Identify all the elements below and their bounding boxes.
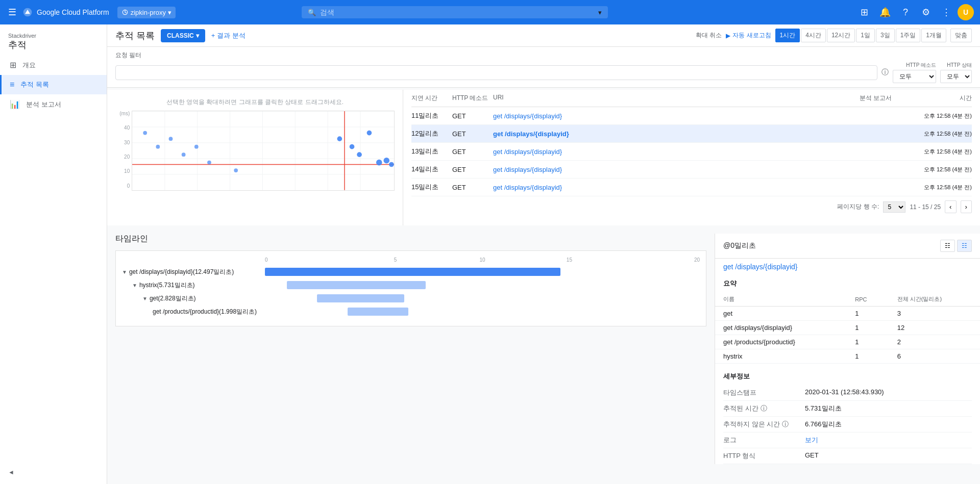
y-label-title: (ms) xyxy=(115,111,130,116)
filter-input[interactable] xyxy=(115,65,877,80)
detail-grid-view-btn[interactable]: ☷ xyxy=(957,240,972,252)
bar-area-4 xyxy=(265,307,700,317)
meta-logs-value[interactable]: 보기 xyxy=(805,436,818,445)
auto-refresh-button[interactable]: ▶ 자동 새로고침 xyxy=(726,31,771,40)
traced-info-icon[interactable]: ⓘ xyxy=(761,404,767,413)
scatter-chart[interactable] xyxy=(132,111,395,191)
row2-method: GET xyxy=(452,130,493,138)
http-method-select[interactable]: 모두 GET POST PUT DELETE xyxy=(893,70,936,83)
y-20: 20 xyxy=(115,154,130,160)
help-icon[interactable]: ? xyxy=(896,3,915,21)
row2-uri[interactable]: get /displays/{displayid} xyxy=(493,130,860,138)
http-status-group: HTTP 상태 모두 2xx 3xx 4xx 5xx xyxy=(940,62,972,83)
time-filter-3d[interactable]: 3일 xyxy=(876,29,895,42)
search-input[interactable] xyxy=(320,8,594,16)
row4-latency: 14밀리초 xyxy=(411,165,452,174)
prev-page-button[interactable]: ‹ xyxy=(945,200,956,213)
avatar[interactable]: U xyxy=(958,4,974,20)
timeline-label-1: ▼ get /displays/{displayid}(12.497밀리초) xyxy=(122,268,265,276)
project-selector[interactable]: zipkin-proxy ▾ xyxy=(117,7,176,18)
gcp-logo-icon xyxy=(22,7,33,17)
toggle-1[interactable]: ▼ xyxy=(122,269,127,275)
timeline-bar-4 xyxy=(348,308,408,316)
settings-button[interactable]: 맞춤 xyxy=(950,29,972,42)
time-filter-1m[interactable]: 1개월 xyxy=(921,29,946,42)
sidebar-collapse-btn[interactable]: ◄ xyxy=(4,465,103,480)
sidebar-item-analysis[interactable]: 📊 분석 보고서 xyxy=(0,94,107,114)
table-row[interactable]: 11밀리초 GET get /displays/{displayid} 오후 1… xyxy=(411,107,972,125)
svg-point-22 xyxy=(234,168,238,172)
expand-link[interactable]: 확대 취소 xyxy=(696,31,722,40)
timeline-item-4[interactable]: get /products/{productid}(1.998밀리초) xyxy=(122,307,700,317)
search-bar[interactable]: 🔍 ▾ xyxy=(302,6,608,18)
untraced-info-icon[interactable]: ⓘ xyxy=(782,420,789,429)
row1-method: GET xyxy=(452,112,493,120)
timeline-item-2[interactable]: ▼ hystrix(5.731밀리초) xyxy=(122,280,700,290)
scale-10: 10 xyxy=(439,257,526,263)
toggle-3[interactable]: ▼ xyxy=(142,296,148,301)
row5-latency: 15밀리초 xyxy=(411,183,452,192)
apps-icon[interactable]: ⊞ xyxy=(855,3,874,21)
col-latency: 지연 시간 xyxy=(411,94,452,103)
table-row[interactable]: 13밀리초 GET get /displays/{displayid} 오후 1… xyxy=(411,143,972,161)
sidebar-item-trace-list[interactable]: ≡ 추적 목록 xyxy=(0,75,107,94)
detail-list-view-btn[interactable]: ☷ xyxy=(940,240,955,252)
top-navigation: ☰ Google Cloud Platform zipkin-proxy ▾ 🔍… xyxy=(0,0,980,24)
y-0: 0 xyxy=(115,183,130,189)
detail-title: 세부정보 xyxy=(715,368,980,385)
filter-label: 요청 필터 xyxy=(115,51,972,60)
y-axis: (ms) 40 30 20 10 0 xyxy=(115,111,130,191)
settings-icon[interactable]: ⚙ xyxy=(917,3,935,21)
sidebar-item-overview[interactable]: ⊞ 개요 xyxy=(0,55,107,75)
search-dropdown-icon: ▾ xyxy=(598,9,602,16)
row5-uri[interactable]: get /displays/{displayid} xyxy=(493,184,860,191)
y-40: 40 xyxy=(115,125,130,131)
timeline-item-3[interactable]: ▼ get(2.828밀리초) xyxy=(122,293,700,303)
table-row[interactable]: 14밀리초 GET get /displays/{displayid} 오후 1… xyxy=(411,161,972,179)
filter-info-icon[interactable]: ⓘ xyxy=(881,68,889,77)
timeline-bar-3 xyxy=(317,294,404,302)
svg-point-20 xyxy=(194,145,199,149)
http-status-select[interactable]: 모두 2xx 3xx 4xx 5xx xyxy=(940,70,972,83)
sidebar-overview-label: 개요 xyxy=(22,61,36,70)
meta-traced-time: 추적된 시간 ⓘ 5.731밀리초 xyxy=(723,401,972,417)
classic-button[interactable]: CLASSIC ▾ xyxy=(161,29,205,42)
row1-uri[interactable]: get /displays/{displayid} xyxy=(493,112,860,120)
search-icon: 🔍 xyxy=(308,9,316,16)
time-filter-4h[interactable]: 4시간 xyxy=(801,29,826,42)
notifications-icon[interactable]: 🔔 xyxy=(876,3,894,21)
timeline-scale: 0 5 10 15 20 xyxy=(265,257,700,263)
next-page-button[interactable]: › xyxy=(961,200,972,213)
detail-actions: ☷ ☷ xyxy=(940,240,972,252)
svg-point-23 xyxy=(337,136,342,141)
time-filter-12h[interactable]: 12시간 xyxy=(827,29,855,42)
s3-rpc: 1 xyxy=(847,335,889,349)
bar-area-3 xyxy=(265,293,700,303)
row4-uri[interactable]: get /displays/{displayid} xyxy=(493,166,860,173)
row3-uri[interactable]: get /displays/{displayid} xyxy=(493,148,860,156)
time-filter-1w[interactable]: 1주일 xyxy=(896,29,921,42)
col-total: 전체 시간(밀리초) xyxy=(889,292,980,307)
toggle-2[interactable]: ▼ xyxy=(132,283,137,288)
timeline-label-4: get /products/{productid}(1.998밀리초) xyxy=(122,308,265,316)
more-icon[interactable]: ⋮ xyxy=(937,3,955,21)
classic-label: CLASSIC xyxy=(167,32,194,39)
row5-time: 오후 12:58 (4분 전) xyxy=(921,184,972,191)
sidebar-service-title: 추적 xyxy=(8,39,99,51)
hamburger-menu[interactable]: ☰ xyxy=(6,5,18,20)
add-analysis-link[interactable]: + 결과 분석 xyxy=(211,31,246,40)
svg-point-24 xyxy=(350,144,355,149)
analysis-icon: 📊 xyxy=(10,99,20,109)
bar-area-1 xyxy=(265,267,700,277)
page-size-select[interactable]: 5 10 25 50 xyxy=(883,201,905,213)
brand-logo: Google Cloud Platform xyxy=(22,7,109,17)
timeline-item-1[interactable]: ▼ get /displays/{displayid}(12.497밀리초) xyxy=(122,267,700,277)
chart-section: 선택한 영역을 확대하려면 그래프를 클릭한 상태로 드래그하세요. (ms) … xyxy=(107,90,403,225)
s3-total: 2 xyxy=(889,335,980,349)
table-row[interactable]: 12밀리초 GET get /displays/{displayid} 오후 1… xyxy=(411,125,972,143)
sidebar: Stackdriver 추적 ⊞ 개요 ≡ 추적 목록 📊 분석 보고서 ◄ xyxy=(0,24,107,484)
summary-row-4: hystrix 1 6 xyxy=(715,349,980,364)
table-row[interactable]: 15밀리초 GET get /displays/{displayid} 오후 1… xyxy=(411,179,972,196)
time-filter-1d[interactable]: 1일 xyxy=(856,29,875,42)
time-filter-1h[interactable]: 1시간 xyxy=(775,29,800,42)
